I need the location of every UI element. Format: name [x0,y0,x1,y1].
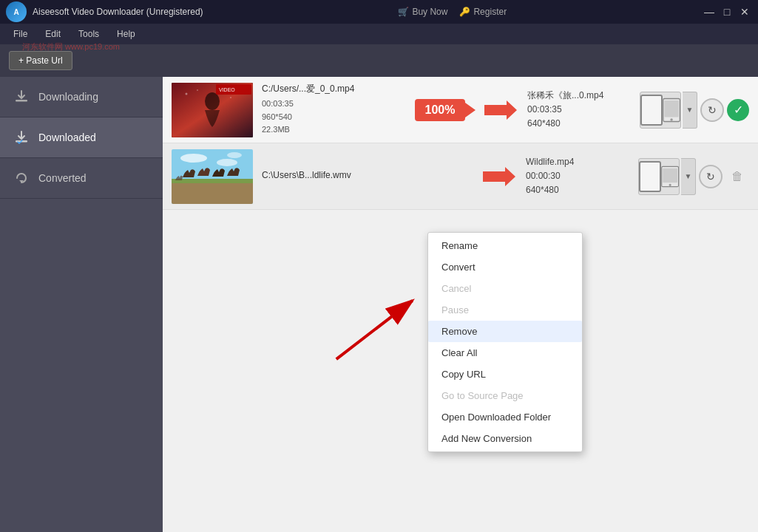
device-button-1[interactable] [640,92,681,129]
context-add-conversion[interactable]: Add New Conversion [428,428,582,449]
menu-edit[interactable]: Edit [38,26,68,42]
content-area: VIDEO C:/Users/...爱_0_0.mp4 00:03:35 960… [163,77,758,532]
sidebar-item-downloaded[interactable]: Downloaded [0,117,163,158]
menu-bar: File Edit Tools Help [0,24,758,44]
svg-point-18 [217,159,237,166]
close-button[interactable]: ✕ [737,4,752,19]
svg-point-13 [670,118,672,120]
svg-rect-12 [664,100,678,117]
refresh-button-2[interactable]: ↻ [699,165,723,188]
arrow-1 [477,99,521,121]
svg-point-4 [205,92,220,110]
device-controls-2: ▼ [638,158,696,195]
context-copy-url[interactable]: Copy URL [428,364,582,385]
context-clear-all[interactable]: Clear All [428,342,582,364]
action-buttons-1: ↻ ✓ [697,98,749,122]
svg-point-5 [186,92,188,95]
video-path-2: C:\Users\B...ldlife.wmv [262,170,393,180]
toolbar: + Paste Url [0,44,758,77]
app-logo: A [6,1,27,22]
title-bar: A Aiseesoft Video Downloader (Unregister… [0,0,758,24]
cart-icon: 🛒 [398,7,409,17]
sidebar-downloaded-label: Downloaded [38,132,96,143]
main-content: Downloading Downloaded Converted [0,77,758,532]
maximize-button[interactable]: □ [720,4,734,19]
video-list: VIDEO C:/Users/...爱_0_0.mp4 00:03:35 960… [163,77,758,210]
refresh-button-1[interactable]: ↻ [700,98,724,122]
video-thumb-2 [172,149,253,204]
output-info-2: Wildlife.mp4 00:00:30 640*480 [520,155,638,198]
app-title: Aiseesoft Video Downloader (Unregistered… [33,7,203,17]
thumbnail-1: VIDEO [172,83,253,137]
video-meta-1: 00:03:35 960*540 22.3MB [262,98,394,137]
device-dropdown-2[interactable]: ▼ [681,158,696,195]
svg-point-6 [230,97,231,98]
topbar-right: 🛒 Buy Now 🔑 Register [398,7,507,17]
svg-rect-22 [663,168,677,183]
context-convert[interactable]: Convert [428,256,582,278]
svg-point-7 [197,89,198,91]
action-buttons-2: ↻ 🗑 [696,165,749,188]
delete-button-2[interactable]: 🗑 [725,167,749,186]
context-menu: Rename Convert Cancel Pause Remove Clear… [427,232,583,452]
context-remove[interactable]: Remove [428,321,582,342]
video-path-1: C:/Users/...爱_0_0.mp4 [262,83,394,95]
context-cancel: Cancel [428,278,582,299]
title-bar-left: A Aiseesoft Video Downloader (Unregister… [6,1,203,22]
svg-rect-15 [172,180,253,204]
menu-help[interactable]: Help [109,26,143,42]
sidebar-item-downloading[interactable]: Downloading [0,77,163,117]
output-info-1: 张稀禾《旅...0.mp4 00:03:35 640*480 [521,89,640,132]
check-button-1: ✓ [727,99,749,121]
device-button-2[interactable] [638,158,680,195]
downloaded-icon [13,129,30,146]
menu-tools[interactable]: Tools [71,26,106,42]
cursor-arrow [316,281,446,371]
key-icon: 🔑 [459,7,470,17]
device-dropdown-1[interactable]: ▼ [683,92,697,129]
menu-file[interactable]: File [6,26,35,42]
paste-url-button[interactable]: + Paste Url [9,51,72,70]
sidebar-item-converted[interactable]: Converted [0,158,163,199]
svg-rect-16 [172,179,253,183]
video-info-2: C:\Users\B...ldlife.wmv [253,170,402,183]
svg-line-25 [327,301,422,359]
context-pause: Pause [428,299,582,321]
progress-area-1: 100% [403,99,477,121]
register-button[interactable]: 🔑 Register [459,7,507,17]
video-info-1: C:/Users/...爱_0_0.mp4 00:03:35 960*540 2… [253,83,403,137]
device-controls-1: ▼ [640,92,697,129]
svg-text:VIDEO: VIDEO [219,87,235,92]
video-item-2: C:\Users\B...ldlife.wmv Wildlife.mp4 00:… [163,143,758,210]
sidebar-downloading-label: Downloading [38,91,98,103]
convert-icon [13,170,30,186]
svg-point-19 [227,152,242,158]
minimize-button[interactable]: — [702,4,717,19]
svg-point-17 [180,154,207,163]
context-open-folder[interactable]: Open Downloaded Folder [428,406,582,428]
progress-badge-1: 100% [415,99,466,121]
video-thumb-1: VIDEO [172,83,253,137]
video-item-1: VIDEO C:/Users/...爱_0_0.mp4 00:03:35 960… [163,77,758,143]
arrow-2 [476,166,520,188]
svg-point-23 [669,183,671,185]
context-rename[interactable]: Rename [428,235,582,256]
download-icon [13,89,30,105]
buy-now-button[interactable]: 🛒 Buy Now [398,7,447,17]
window-controls: — □ ✕ [702,4,752,19]
sidebar-converted-label: Converted [38,172,87,184]
sidebar: Downloading Downloaded Converted [0,77,163,532]
svg-marker-10 [484,100,517,120]
svg-marker-20 [483,167,515,186]
svg-rect-0 [16,100,27,102]
context-source-page: Go to Source Page [428,385,582,406]
